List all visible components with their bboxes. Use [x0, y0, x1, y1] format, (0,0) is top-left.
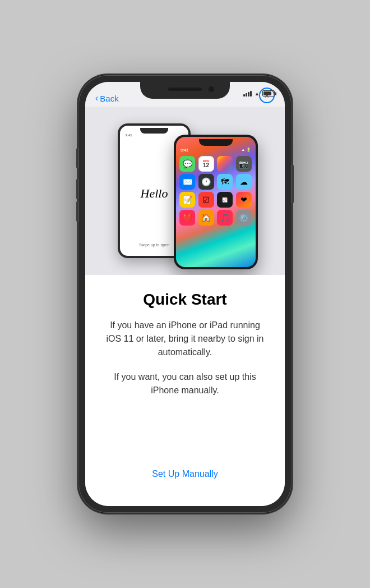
home-time: 9:41 — [181, 148, 188, 152]
hello-text: Hello — [141, 186, 168, 201]
home-icons: ▲ 🔋 — [241, 148, 251, 152]
app-maps: 🗺 — [217, 174, 233, 190]
phones-illustration: 9:41 Hello Swipe up to open 9:41 — [112, 112, 258, 269]
app-music: 🎵 — [217, 210, 233, 226]
phone-notch — [140, 82, 230, 99]
app-photos — [217, 156, 233, 172]
app-grid-row1: 💬 MON 12 📷 ✉️ 🕐 🗺 — [176, 154, 256, 228]
home-screen: 9:41 ▲ 🔋 💬 MON 12 — [176, 137, 256, 267]
set-up-manually-button[interactable]: Set Up Manually — [152, 469, 218, 479]
app-settings: ⚙️ — [236, 210, 252, 226]
app-notes: 📝 — [179, 192, 195, 208]
signal-bar-3 — [248, 92, 249, 97]
home-status-bar: 9:41 ▲ 🔋 — [176, 146, 256, 154]
signal-bar-2 — [246, 93, 247, 97]
hero-image-area: 9:41 Hello Swipe up to open 9:41 — [85, 107, 285, 275]
signal-bar-1 — [243, 94, 245, 97]
description-text-1: If you have an iPhone or iPad running iO… — [102, 319, 268, 359]
app-stocks: 📈 — [217, 192, 233, 208]
app-health: ❤ — [236, 192, 252, 208]
front-phone-notch — [199, 139, 233, 146]
app-reminders: ☑ — [198, 192, 214, 208]
phone-home: 9:41 ▲ 🔋 💬 MON 12 — [174, 135, 258, 269]
app-heart: ❤️ — [179, 210, 195, 226]
signal-bar-4 — [250, 91, 252, 97]
home-screen-content: 9:41 ▲ 🔋 💬 MON 12 — [176, 146, 256, 267]
app-calendar: MON 12 — [198, 156, 214, 172]
status-icons: ▲ — [243, 90, 275, 97]
calendar-date: 12 — [203, 163, 209, 168]
battery-icon — [262, 90, 275, 97]
app-camera: 📷 — [236, 156, 252, 172]
quick-start-title: Quick Start — [143, 291, 226, 309]
app-clock: 🕐 — [198, 174, 214, 190]
speaker — [168, 88, 202, 91]
app-files: ☁ — [236, 174, 252, 190]
back-phone-notch — [140, 128, 168, 134]
back-status-bar: 9:41 — [126, 134, 183, 137]
battery-fill — [263, 91, 271, 95]
camera — [209, 86, 214, 92]
phone-device: ▲ ‹ Back — [78, 75, 292, 513]
bottom-link-area: Set Up Manually — [152, 469, 218, 495]
app-messages: 💬 — [179, 156, 195, 172]
description-text-2: If you want, you can also set up this iP… — [102, 370, 268, 397]
main-content: Quick Start If you have an iPhone or iPa… — [85, 275, 285, 506]
swipe-text: Swipe up to open — [139, 243, 169, 247]
screen-content: ▲ ‹ Back — [85, 82, 285, 506]
app-mail: ✉️ — [179, 174, 195, 190]
app-home: 🏠 — [198, 210, 214, 226]
wifi-icon: ▲ — [255, 91, 260, 97]
phone-screen: ▲ ‹ Back — [85, 82, 285, 506]
signal-bars — [243, 91, 252, 97]
back-time: 9:41 — [126, 134, 132, 137]
